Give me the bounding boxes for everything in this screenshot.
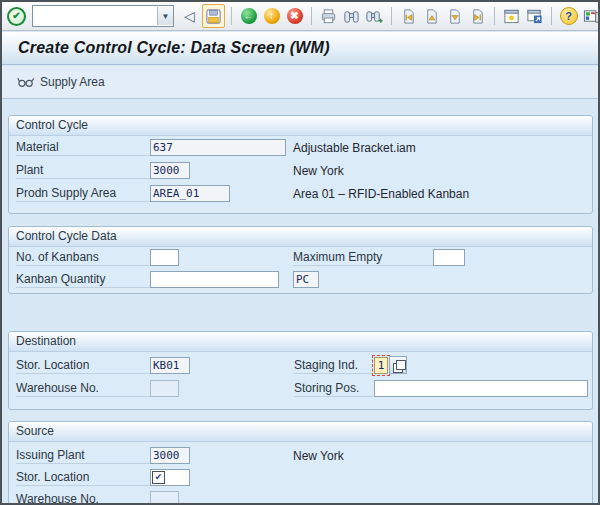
plant-description: New York	[293, 164, 344, 178]
binoculars-plus-icon	[366, 8, 383, 25]
save-floppy-icon	[205, 8, 222, 25]
new-session-button[interactable]	[501, 5, 522, 27]
dest-stor-location-field[interactable]	[150, 357, 190, 374]
new-session-icon	[503, 8, 520, 25]
first-page-icon	[400, 8, 417, 25]
dest-stor-location-label: Stor. Location	[16, 358, 150, 374]
plant-field[interactable]	[150, 162, 190, 179]
page-up-icon	[423, 8, 440, 25]
customize-layout-button[interactable]	[581, 5, 600, 27]
overlapping-squares-icon	[396, 360, 406, 370]
save-button[interactable]	[202, 4, 225, 28]
prodn-supply-area-field[interactable]	[150, 185, 230, 202]
create-shortcut-button[interactable]	[524, 5, 545, 27]
group-caption: Control Cycle Data	[9, 227, 592, 247]
toolbar-separator	[311, 7, 312, 25]
source-stor-location-label: Stor. Location	[16, 470, 150, 486]
dest-warehouse-no-field[interactable]	[150, 380, 179, 397]
last-page-button[interactable]	[467, 5, 488, 27]
nav-back-button[interactable]: ←	[238, 5, 259, 27]
page-down-icon	[446, 8, 463, 25]
issuing-plant-label: Issuing Plant	[16, 448, 150, 464]
next-page-button[interactable]	[444, 5, 465, 27]
prodn-supply-area-description: Area 01 – RFID-Enabled Kanban	[293, 187, 469, 201]
no-of-kanbans-field[interactable]	[150, 249, 179, 266]
maximum-empty-label: Maximum Empty	[293, 250, 433, 266]
group-control-cycle: Control Cycle Material Adjustable Bracke…	[8, 115, 593, 214]
first-page-button[interactable]	[398, 5, 419, 27]
page-title: Create Control Cycle: Data Screen (WM)	[18, 39, 330, 57]
group-caption: Control Cycle	[9, 116, 592, 136]
question-mark-icon: ?	[560, 7, 578, 25]
printer-icon	[320, 8, 337, 25]
system-toolbar: ✔ ▼ ◁ ← ↑ ✖	[2, 2, 598, 31]
material-label: Material	[16, 140, 150, 156]
staging-ind-matchcode-button[interactable]	[389, 356, 407, 374]
staging-ind-label: Staging Ind.	[294, 358, 373, 374]
find-button[interactable]	[341, 5, 362, 27]
customize-layout-icon	[583, 8, 600, 25]
chevron-down-icon[interactable]: ▼	[157, 7, 173, 25]
arrow-left-icon: ←	[241, 8, 257, 24]
cancel-button[interactable]: ✖	[284, 5, 305, 27]
group-destination: Destination Stor. Location Staging Ind. …	[8, 331, 593, 410]
previous-page-button[interactable]	[421, 5, 442, 27]
toolbar-separator	[494, 7, 495, 25]
kanban-quantity-field[interactable]	[150, 271, 279, 288]
required-entry-icon: ✔	[152, 471, 165, 484]
command-field[interactable]: ▼	[32, 5, 174, 27]
binoculars-icon	[343, 8, 360, 25]
enter-check-icon: ✔	[7, 7, 26, 26]
dest-warehouse-no-label: Warehouse No.	[16, 381, 150, 397]
exit-button[interactable]: ↑	[261, 5, 282, 27]
print-button[interactable]	[318, 5, 339, 27]
source-stor-location-field[interactable]: ✔	[150, 469, 190, 486]
prodn-supply-area-label: Prodn Supply Area	[16, 186, 150, 202]
group-source: Source Issuing Plant New York Stor. Loca…	[8, 421, 593, 505]
source-warehouse-no-label: Warehouse No.	[16, 492, 150, 505]
last-page-icon	[469, 8, 486, 25]
storing-pos-field[interactable]	[374, 380, 588, 397]
source-warehouse-no-field[interactable]	[150, 491, 179, 505]
toolbar-separator	[391, 7, 392, 25]
group-caption: Destination	[9, 332, 592, 352]
issuing-plant-description: New York	[293, 449, 344, 463]
toolbar-separator	[231, 7, 232, 25]
application-toolbar: Supply Area	[2, 66, 598, 99]
storing-pos-label: Storing Pos.	[294, 381, 373, 397]
glasses-icon	[17, 75, 35, 89]
enter-button[interactable]: ✔	[6, 5, 27, 27]
maximum-empty-field[interactable]	[433, 249, 465, 266]
unit-of-measure-field[interactable]	[293, 271, 319, 288]
plant-label: Plant	[16, 163, 150, 179]
sap-window: ✔ ▼ ◁ ← ↑ ✖	[0, 0, 600, 505]
supply-area-label: Supply Area	[40, 75, 105, 89]
shortcut-icon	[526, 8, 543, 25]
command-input[interactable]	[33, 7, 157, 25]
group-caption: Source	[9, 422, 592, 442]
title-bar: Create Control Cycle: Data Screen (WM)	[2, 32, 598, 65]
material-field[interactable]	[150, 139, 286, 156]
group-control-cycle-data: Control Cycle Data No. of Kanbans Maximu…	[8, 226, 593, 294]
issuing-plant-field[interactable]	[150, 447, 190, 464]
staging-ind-field[interactable]	[374, 357, 388, 374]
back-triangle-button[interactable]: ◁	[179, 5, 200, 27]
x-icon: ✖	[287, 8, 303, 24]
toolbar-separator	[551, 7, 552, 25]
arrow-up-icon: ↑	[264, 8, 280, 24]
find-next-button[interactable]	[364, 5, 385, 27]
help-button[interactable]: ?	[558, 5, 579, 27]
triangle-left-icon: ◁	[184, 8, 195, 24]
material-description: Adjustable Bracket.iam	[293, 141, 416, 155]
supply-area-button[interactable]: Supply Area	[10, 72, 112, 92]
kanban-quantity-label: Kanban Quantity	[16, 272, 150, 288]
no-of-kanbans-label: No. of Kanbans	[16, 250, 150, 266]
